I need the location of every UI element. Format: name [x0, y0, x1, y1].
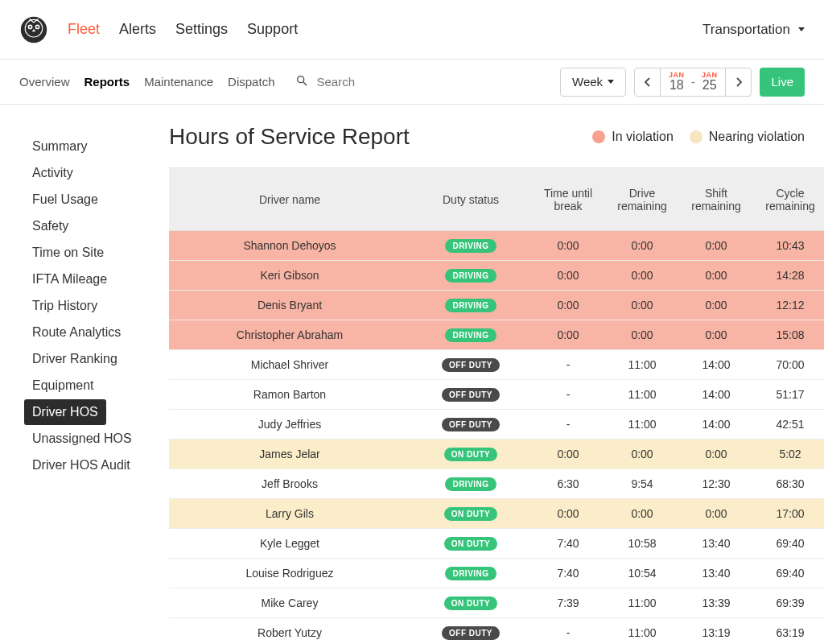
mainnav-item-alerts[interactable]: Alerts: [119, 21, 156, 38]
sidebar-item-driver-ranking[interactable]: Driver Ranking: [24, 346, 126, 372]
th-drive-remaining[interactable]: Drive remaining: [605, 187, 679, 213]
subnav-item-reports[interactable]: Reports: [84, 75, 130, 89]
mainnav-item-settings[interactable]: Settings: [175, 21, 228, 38]
subnav-item-overview[interactable]: Overview: [19, 75, 70, 89]
cell-drive-remaining: 10:58: [605, 537, 679, 550]
table-row[interactable]: Jeff BrooksDRIVING6:309:5412:3068:30: [169, 469, 824, 499]
sidebar-item-equipment[interactable]: Equipment: [24, 373, 102, 398]
cell-cycle-remaining: 63:19: [753, 626, 824, 639]
content: Hours of Service Report In violation Nea…: [169, 105, 824, 644]
th-cycle-remaining[interactable]: Cycle remaining: [753, 187, 824, 213]
table-row[interactable]: Ramon BartonOFF DUTY-11:0014:0051:17: [169, 380, 824, 410]
cell-shift-remaining: 13:40: [679, 537, 753, 550]
cell-driver-name: Keri Gibson: [169, 269, 410, 282]
duty-status-pill: DRIVING: [445, 299, 496, 312]
table-row[interactable]: Christopher AbrahamDRIVING0:000:000:0015…: [169, 320, 824, 350]
period-selector[interactable]: Week: [560, 68, 626, 97]
cell-driver-name: Robert Yutzy: [169, 626, 410, 639]
org-dropdown[interactable]: Transportation: [702, 22, 805, 38]
svg-point-5: [36, 26, 39, 28]
cell-drive-remaining: 11:00: [605, 418, 679, 431]
legend-near-dot-icon: [690, 130, 702, 143]
sidebar-item-route-analytics[interactable]: Route Analytics: [24, 320, 129, 345]
table-body: Shannon DehoyosDRIVING0:000:000:0010:43K…: [169, 231, 824, 644]
cell-driver-name: Christopher Abraham: [169, 328, 410, 341]
search-input[interactable]: [315, 74, 411, 89]
cell-shift-remaining: 14:00: [679, 358, 753, 371]
legend-violation-label: In violation: [612, 130, 674, 144]
sidebar-item-driver-hos[interactable]: Driver HOS: [24, 399, 106, 425]
main-nav: FleetAlertsSettingsSupport: [68, 21, 298, 38]
cell-shift-remaining: 0:00: [679, 328, 753, 341]
topbar: FleetAlertsSettingsSupport Transportatio…: [0, 0, 824, 60]
live-button[interactable]: Live: [760, 68, 805, 97]
sidebar-item-ifta-mileage[interactable]: IFTA Mileage: [24, 266, 115, 292]
cell-duty-status: DRIVING: [410, 298, 531, 312]
th-duty-status[interactable]: Duty status: [410, 193, 531, 206]
date-next-button[interactable]: [725, 68, 751, 96]
cell-driver-name: Kyle Legget: [169, 537, 410, 550]
legend-near: Nearing violation: [690, 130, 805, 144]
table-row[interactable]: Mike CareyON DUTY7:3911:0013:3969:39: [169, 588, 824, 618]
sidebar-item-fuel-usage[interactable]: Fuel Usage: [24, 187, 106, 213]
cell-until-break: -: [531, 358, 605, 371]
mainnav-item-support[interactable]: Support: [247, 21, 298, 38]
table-row[interactable]: Michael ShriverOFF DUTY-11:0014:0070:00: [169, 350, 824, 380]
sidebar-item-trip-history[interactable]: Trip History: [24, 293, 105, 319]
cell-drive-remaining: 9:54: [605, 477, 679, 490]
search-wrap: [295, 74, 411, 90]
cell-drive-remaining: 11:00: [605, 358, 679, 371]
mainnav-item-fleet[interactable]: Fleet: [68, 21, 100, 38]
sidebar-item-summary[interactable]: Summary: [24, 134, 95, 159]
sidebar-item-safety[interactable]: Safety: [24, 213, 76, 239]
table-row[interactable]: James JelarON DUTY0:000:000:005:02: [169, 440, 824, 469]
cell-shift-remaining: 13:19: [679, 626, 753, 639]
sidebar-item-driver-hos-audit[interactable]: Driver HOS Audit: [24, 452, 138, 478]
sidebar-item-activity[interactable]: Activity: [24, 160, 81, 186]
subnav-item-maintenance[interactable]: Maintenance: [144, 75, 213, 89]
table-row[interactable]: Louise RodriguezDRIVING7:4010:5413:4069:…: [169, 559, 824, 588]
cell-cycle-remaining: 68:30: [753, 477, 824, 490]
table-row[interactable]: Shannon DehoyosDRIVING0:000:000:0010:43: [169, 231, 824, 261]
cell-drive-remaining: 0:00: [605, 239, 679, 252]
org-dropdown-label: Transportation: [702, 22, 790, 38]
main: SummaryActivityFuel UsageSafetyTime on S…: [0, 105, 824, 644]
cell-duty-status: OFF DUTY: [410, 417, 531, 431]
legend: In violation Nearing violation: [592, 130, 805, 144]
sub-nav: OverviewReportsMaintenanceDispatch: [19, 75, 274, 89]
period-selector-label: Week: [572, 75, 603, 89]
table-row[interactable]: Larry GilsON DUTY0:000:000:0017:00: [169, 499, 824, 529]
cell-shift-remaining: 0:00: [679, 448, 753, 460]
cell-drive-remaining: 0:00: [605, 269, 679, 282]
th-shift-remaining[interactable]: Shift remaining: [679, 187, 753, 213]
cell-cycle-remaining: 17:00: [753, 507, 824, 520]
table-row[interactable]: Denis BryantDRIVING0:000:000:0012:12: [169, 291, 824, 320]
subnav-item-dispatch[interactable]: Dispatch: [228, 75, 274, 89]
duty-status-pill: OFF DUTY: [442, 358, 500, 372]
sidebar-item-unassigned-hos[interactable]: Unassigned HOS: [24, 426, 140, 452]
cell-cycle-remaining: 69:40: [753, 567, 824, 580]
date-to: JAN 25: [702, 72, 718, 92]
date-range-display[interactable]: JAN 18 - JAN 25: [661, 68, 725, 96]
subbar-left: OverviewReportsMaintenanceDispatch: [19, 74, 411, 90]
cell-until-break: 7:39: [531, 597, 605, 609]
date-prev-button[interactable]: [635, 68, 661, 96]
search-icon: [295, 74, 308, 90]
table-row[interactable]: Robert YutzyOFF DUTY-11:0013:1963:19: [169, 618, 824, 644]
date-dash: -: [691, 75, 695, 89]
cell-driver-name: Ramon Barton: [169, 388, 410, 401]
th-driver-name[interactable]: Driver name: [169, 193, 410, 206]
cell-shift-remaining: 0:00: [679, 299, 753, 312]
cell-cycle-remaining: 10:43: [753, 239, 824, 252]
cell-shift-remaining: 13:39: [679, 597, 753, 609]
cell-until-break: 7:40: [531, 537, 605, 550]
svg-line-7: [303, 82, 307, 85]
table-row[interactable]: Judy JeffriesOFF DUTY-11:0014:0042:51: [169, 410, 824, 440]
cell-until-break: 0:00: [531, 328, 605, 341]
cell-cycle-remaining: 5:02: [753, 448, 824, 460]
table-row[interactable]: Kyle LeggetON DUTY7:4010:5813:4069:40: [169, 529, 824, 559]
th-time-until-break[interactable]: Time until break: [531, 187, 605, 213]
sidebar-item-time-on-site[interactable]: Time on Site: [24, 240, 112, 266]
table-row[interactable]: Keri GibsonDRIVING0:000:000:0014:28: [169, 261, 824, 291]
cell-duty-status: OFF DUTY: [410, 357, 531, 372]
